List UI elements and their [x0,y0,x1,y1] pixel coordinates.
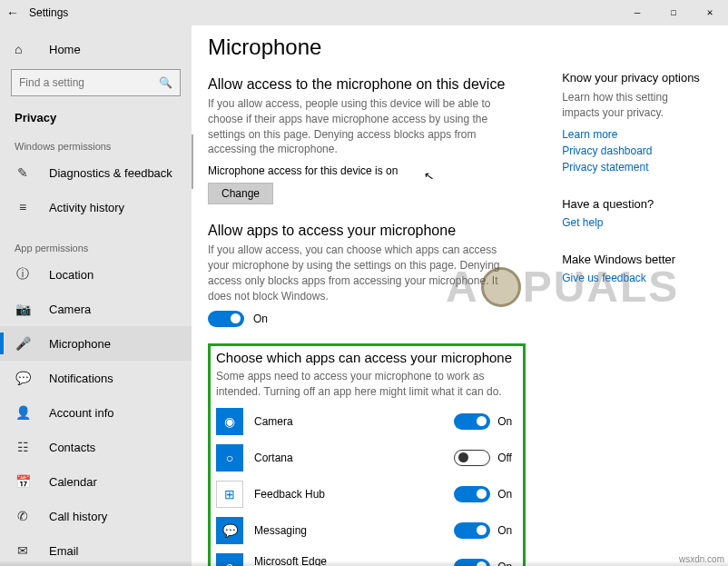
nav-label: Call history [49,510,107,523]
nav-icon: ✆ [15,509,31,523]
nav-label: Account info [49,406,114,420]
group-header-windows-permissions: Windows permissions [0,135,192,155]
make-better-heading: Make Windows better [562,253,708,266]
link-privacy-statement[interactable]: Privacy statement [562,161,708,174]
app-icon: ◉ [216,408,243,435]
app-icon: ⊞ [216,481,243,508]
app-name: Messaging [254,524,454,537]
sidebar-item-calendar[interactable]: 📅Calendar [0,464,192,499]
app-name: Feedback Hub [254,488,454,501]
sidebar-item-notifications[interactable]: 💬Notifications [0,361,192,395]
nav-icon: 🎤 [15,336,31,351]
section-app-access-desc: If you allow access, you can choose whic… [208,243,507,303]
sidebar-item-microphone[interactable]: 🎤Microphone [0,326,192,361]
highlighted-section: Choose which apps can access your microp… [208,343,526,566]
app-toggle[interactable] [454,413,490,430]
section-choose-apps-desc: Some apps need to access your microphone… [216,369,516,400]
maximize-button[interactable]: ☐ [655,0,692,25]
title-bar: ← Settings — ☐ ✕ [0,0,728,25]
sidebar-item-account-info[interactable]: 👤Account info [0,395,192,430]
nav-label: Camera [49,303,91,316]
sidebar-item-contacts[interactable]: ☷Contacts [0,430,192,464]
section-device-access-title: Allow access to the microphone on this d… [208,76,526,93]
home-label: Home [49,43,81,56]
privacy-options-desc: Learn how this setting impacts your priv… [562,90,708,121]
nav-icon: ⓘ [15,266,31,283]
app-row-camera: ◉CameraOn [216,403,517,440]
back-button[interactable]: ← [0,5,25,20]
app-toggle[interactable] [454,486,490,502]
nav-icon: ☷ [15,440,31,454]
nav-label: Notifications [49,372,113,385]
app-icon: ○ [216,444,243,472]
app-toggle[interactable] [454,522,490,539]
app-toggle-state: Off [497,452,517,464]
main-panel: ↖ Microphone Allow access to the microph… [192,25,728,566]
section-choose-apps-title: Choose which apps can access your microp… [216,350,517,365]
app-name: Camera [254,415,454,428]
link-learn-more[interactable]: Learn more [562,128,708,141]
have-question-heading: Have a question? [562,197,708,211]
home-icon: ⌂ [15,42,31,56]
nav-label: Diagnostics & feedback [49,166,172,180]
search-input[interactable] [19,76,159,89]
app-toggle-state: On [497,488,517,501]
nav-icon: ≡ [15,200,31,214]
app-icon: 💬 [216,517,243,544]
app-toggle[interactable] [454,450,490,466]
sidebar-item-camera[interactable]: 📷Camera [0,292,192,326]
sidebar-item-activity-history[interactable]: ≡Activity history [0,190,192,224]
allow-apps-toggle[interactable] [208,311,244,327]
nav-icon: 📷 [15,302,31,316]
app-toggle-state: On [497,524,517,537]
nav-icon: ✉ [15,543,31,558]
nav-label: Activity history [49,201,124,214]
link-get-help[interactable]: Get help [562,216,708,229]
app-name: Cortana [254,452,454,464]
page-title: Microphone [208,35,526,60]
current-category: Privacy [0,104,192,135]
nav-label: Microphone [49,337,111,351]
nav-label: Calendar [49,475,97,489]
allow-apps-toggle-state: On [253,313,268,325]
search-field[interactable]: 🔍 [11,69,181,96]
nav-icon: 👤 [15,405,31,420]
nav-label: Location [49,268,93,282]
close-button[interactable]: ✕ [692,0,728,25]
nav-label: Contacts [49,441,95,454]
search-icon: 🔍 [159,76,172,89]
app-row-cortana: ○CortanaOff [216,440,517,476]
app-toggle-state: On [497,415,517,428]
nav-icon: ✎ [15,165,31,180]
group-header-app-permissions: App permissions [0,237,192,257]
scroll-indicator[interactable] [192,134,193,189]
minimize-button[interactable]: — [619,0,655,25]
window-controls: — ☐ ✕ [619,0,728,25]
nav-icon: 📅 [15,474,31,489]
home-link[interactable]: ⌂ Home [0,33,192,65]
section-app-access-title: Allow apps to access your microphone [208,223,526,239]
app-row-messaging: 💬MessagingOn [216,512,517,549]
nav-label: Email [49,544,79,558]
sidebar: ⌂ Home 🔍 Privacy Windows permissions ✎Di… [0,25,192,566]
nav-icon: 💬 [15,371,31,385]
sidebar-item-location[interactable]: ⓘLocation [0,257,192,292]
sidebar-item-diagnostics-feedback[interactable]: ✎Diagnostics & feedback [0,155,192,190]
window-title: Settings [25,6,619,19]
sidebar-item-call-history[interactable]: ✆Call history [0,499,192,533]
link-give-us-feedback[interactable]: Give us feedback [562,272,708,284]
privacy-options-heading: Know your privacy options [562,71,708,84]
right-column: Know your privacy options Learn how this… [562,35,708,566]
change-button[interactable]: Change [208,183,273,204]
section-device-access-desc: If you allow access, people using this d… [208,96,507,157]
link-privacy-dashboard[interactable]: Privacy dashboard [562,144,708,157]
app-row-feedback-hub: ⊞Feedback HubOn [216,476,517,512]
device-access-status: Microphone access for this device is on [208,164,526,177]
bottom-shadow [0,561,728,566]
